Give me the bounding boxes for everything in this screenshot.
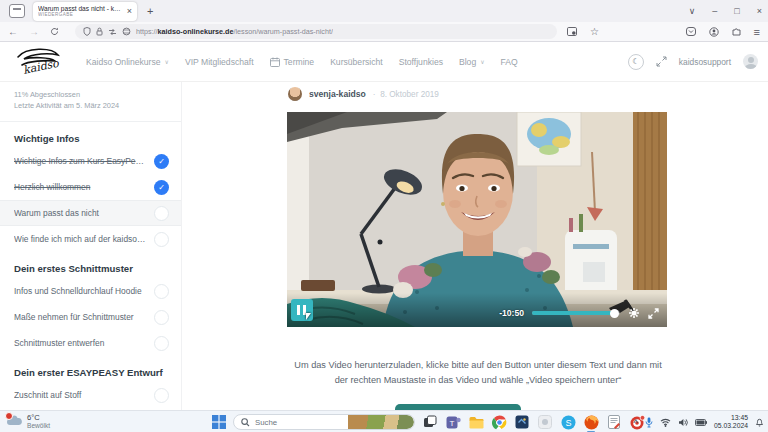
svg-text:S: S xyxy=(565,417,571,427)
author-name[interactable]: svenja-kaidso xyxy=(309,89,366,99)
lesson-item-wichtige-infos-zum-kurs-easype[interactable]: Wichtige Infos zum Kurs EasyPeasy✓ xyxy=(0,148,181,174)
download-instructions: Um das Video herunterzuladen, klicke bit… xyxy=(292,358,664,388)
incomplete-circle-icon[interactable] xyxy=(154,336,169,351)
nav-item-vip-mitgliedschaft[interactable]: VIP Mitgliedschaft xyxy=(185,57,254,67)
taskbar-app-chrome-icon[interactable] xyxy=(491,414,507,430)
nav-item-kaidso-onlinekurse[interactable]: Kaidso Onlinekurse∨ xyxy=(86,57,169,67)
incomplete-circle-icon[interactable] xyxy=(154,284,169,299)
taskbar-app-file-explorer-icon[interactable] xyxy=(468,414,484,430)
account-icon[interactable] xyxy=(709,27,719,37)
tab-close-icon[interactable]: × xyxy=(127,6,132,16)
system-tray: ^ 13:45 05.03.2024 xyxy=(633,411,764,432)
nav-item-kurs-bersicht[interactable]: Kursübersicht xyxy=(330,57,383,67)
fullscreen-expand-icon[interactable] xyxy=(656,56,667,67)
nav-label: Kaidso Onlinekurse xyxy=(86,57,161,67)
moon-icon: ☾ xyxy=(632,57,639,66)
pause-button[interactable] xyxy=(291,299,313,321)
last-activity-text: Letzte Aktivität am 5. März 2024 xyxy=(14,100,167,111)
taskbar-app-app-light-icon[interactable] xyxy=(537,414,553,430)
reload-icon[interactable] xyxy=(50,27,59,36)
lesson-item-schnittmuster-entwerfen[interactable]: Schnittmuster entwerfen xyxy=(0,330,181,356)
lesson-item-herzlich-willkommen[interactable]: Herzlich willkommen✓ xyxy=(0,174,181,200)
video-player[interactable]: -10:50 xyxy=(287,112,667,327)
bookmark-star-icon[interactable]: ☆ xyxy=(590,26,599,37)
notifications-bell-icon[interactable] xyxy=(755,417,764,427)
dark-mode-toggle[interactable]: ☾ xyxy=(628,54,644,70)
tab-list-icon[interactable]: ∨ xyxy=(689,6,696,16)
battery-icon[interactable] xyxy=(695,419,707,426)
microphone-icon[interactable] xyxy=(645,417,653,428)
taskbar-app-task-view-icon[interactable] xyxy=(422,414,438,430)
save-page-icon[interactable] xyxy=(567,27,577,36)
lesson-label: Zuschnitt auf Stoff xyxy=(14,390,154,400)
weather-widget[interactable]: 6°C Bewölkt xyxy=(6,413,50,429)
volume-slider[interactable] xyxy=(532,311,620,315)
browser-chrome: Warum passt das nicht - kaidso WIEDERGAB… xyxy=(0,0,768,42)
browser-tab[interactable]: Warum passt das nicht - kaidso WIEDERGAB… xyxy=(33,2,137,21)
nav-label: Termine xyxy=(284,57,315,67)
nav-item-blog[interactable]: Blog∨ xyxy=(459,57,485,67)
tray-clock[interactable]: 13:45 05.03.2024 xyxy=(714,414,748,430)
lesson-label: Maße nehmen für Schnittmuster xyxy=(14,312,154,322)
user-avatar[interactable] xyxy=(743,54,758,69)
logged-in-username[interactable]: kaidsosupport xyxy=(679,57,731,67)
url-bar[interactable]: https://kaidso-onlinekurse.de/lesson/war… xyxy=(75,24,557,39)
course-sidebar: 11% Abgeschlossen Letzte Aktivität am 5.… xyxy=(0,82,182,410)
extensions-icon[interactable] xyxy=(732,27,741,36)
pocket-icon[interactable] xyxy=(686,27,696,36)
completed-check-icon[interactable]: ✓ xyxy=(154,154,169,169)
page-body: 11% Abgeschlossen Letzte Aktivität am 5.… xyxy=(0,82,768,410)
sidebar-section-title: Dein erster ESAYPEASY Entwurf xyxy=(0,356,181,382)
lesson-item-warum-passt-das-nicht[interactable]: Warum passt das nicht xyxy=(0,200,181,226)
kaidso-logo[interactable]: kaidso xyxy=(12,45,64,79)
nav-item-termine[interactable]: Termine xyxy=(270,57,315,67)
tab-title: Warum passt das nicht - kaidso xyxy=(38,5,124,12)
forward-button[interactable]: → xyxy=(29,26,39,37)
taskbar-app-teams-icon[interactable]: T xyxy=(445,414,461,430)
new-tab-button[interactable]: + xyxy=(147,5,153,17)
lesson-item-zuschnitt-auf-stoff[interactable]: Zuschnitt auf Stoff xyxy=(0,382,181,408)
site-header: kaidso Kaidso Onlinekurse∨VIP Mitgliedsc… xyxy=(0,42,768,82)
menu-hamburger-icon[interactable]: ≡ xyxy=(754,26,760,38)
lesson-item-wie-finde-ich-mich-auf-der-kai[interactable]: Wie finde ich mich auf der kaidso Online… xyxy=(0,226,181,252)
window-minimize-button[interactable]: – xyxy=(712,6,717,16)
shield-icon[interactable] xyxy=(83,27,91,36)
search-highlight-thumbnail[interactable] xyxy=(348,415,414,429)
lesson-item-ma-e-nehmen-f-r-schnittmuster[interactable]: Maße nehmen für Schnittmuster xyxy=(0,304,181,330)
incomplete-circle-icon[interactable] xyxy=(154,310,169,325)
nav-item-faq[interactable]: FAQ xyxy=(501,57,518,67)
back-button[interactable]: ← xyxy=(8,26,18,37)
window-maximize-button[interactable]: □ xyxy=(734,6,739,16)
sidebar-section-title: Dein erstes Schnittmuster xyxy=(0,252,181,278)
taskbar-app-firefox-icon[interactable] xyxy=(583,414,599,430)
taskbar-search[interactable]: Suche xyxy=(233,414,415,430)
nav-item-stoffjunkies[interactable]: Stoffjunkies xyxy=(399,57,443,67)
lock-icon[interactable] xyxy=(96,27,103,36)
tracking-protection-icon[interactable] xyxy=(122,27,131,36)
sidebar-section-title: Wichtige Infos xyxy=(0,122,181,148)
completed-check-icon[interactable]: ✓ xyxy=(154,180,169,195)
taskbar-app-skype-icon[interactable]: S xyxy=(560,414,576,430)
chevron-down-icon: ∨ xyxy=(165,58,169,65)
url-text: https://kaidso-onlinekurse.de/lesson/war… xyxy=(136,27,333,36)
nav-label: Stoffjunkies xyxy=(399,57,443,67)
weather-alert-badge xyxy=(5,412,13,420)
taskbar-app-notepad-icon[interactable] xyxy=(606,414,622,430)
wifi-icon[interactable] xyxy=(660,418,671,427)
settings-gear-icon[interactable] xyxy=(628,307,640,319)
author-avatar[interactable] xyxy=(288,87,302,101)
window-close-button[interactable]: × xyxy=(757,6,762,16)
start-button[interactable] xyxy=(212,415,226,429)
firefox-view-icon[interactable] xyxy=(9,4,25,18)
lesson-label: Wie finde ich mich auf der kaidso Online… xyxy=(14,234,154,244)
tray-expand-icon[interactable]: ^ xyxy=(633,418,638,427)
incomplete-circle-icon[interactable] xyxy=(154,232,169,247)
permissions-icon[interactable] xyxy=(108,28,117,36)
incomplete-circle-icon[interactable] xyxy=(154,206,169,221)
volume-icon[interactable] xyxy=(678,418,688,427)
taskbar-app-app-dark-icon[interactable] xyxy=(514,414,530,430)
lesson-item-infos-und-schnelldurchlauf-hoo[interactable]: Infos und Schnelldurchlauf Hoodie xyxy=(0,278,181,304)
fullscreen-icon[interactable] xyxy=(648,308,659,319)
cloud-icon xyxy=(6,413,23,428)
incomplete-circle-icon[interactable] xyxy=(154,388,169,403)
